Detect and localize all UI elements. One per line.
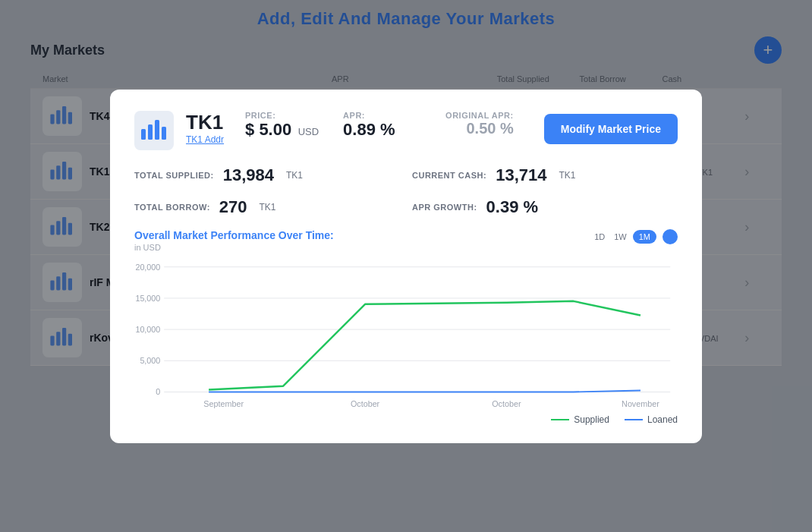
chart-toggle[interactable] <box>663 229 678 244</box>
total-borrow-stat: TOTAL BORROW: 270 TK1 <box>134 197 400 217</box>
price-block: PRICE: $ 5.00 USD <box>245 111 319 140</box>
modal-token-name: TK1 <box>186 111 224 134</box>
modify-market-price-button[interactable]: Modify Market Price <box>544 114 678 144</box>
current-cash-value: 13,714 <box>496 165 546 185</box>
apr-label: APR: <box>343 111 395 120</box>
total-supplied-stat: TOTAL SUPPLIED: 13,984 TK1 <box>134 165 400 185</box>
modal-token-logo <box>134 111 174 150</box>
svg-text:November: November <box>622 399 659 408</box>
modal-header: TK1 TK1 Addr PRICE: $ 5.00 USD APR: 0.89… <box>134 111 678 150</box>
total-supplied-value: 13,984 <box>223 165 274 185</box>
original-apr-block: ORIGINAL APR: 0.50 % <box>445 111 514 137</box>
loaned-line-indicator <box>625 419 643 420</box>
chart-1m-button[interactable]: 1M <box>633 230 656 244</box>
chart-legend: Supplied Loaned <box>134 414 678 425</box>
modal-dialog: TK1 TK1 Addr PRICE: $ 5.00 USD APR: 0.89… <box>110 90 702 443</box>
svg-text:10,000: 10,000 <box>135 325 160 334</box>
original-apr-label: ORIGINAL APR: <box>445 111 514 120</box>
total-supplied-unit: TK1 <box>286 170 303 181</box>
chart-wrapper: 20,000 15,000 10,000 5,000 0 September O… <box>134 258 678 410</box>
svg-text:October: October <box>492 399 521 408</box>
chart-1d-button[interactable]: 1D <box>591 231 608 243</box>
chart-subtitle: in USD <box>134 243 334 252</box>
chart-section: Overall Market Performance Over Time: in… <box>134 229 678 425</box>
current-cash-unit: TK1 <box>559 170 575 181</box>
svg-text:October: October <box>351 399 380 408</box>
legend-supplied: Supplied <box>551 414 609 425</box>
stats-row: TOTAL SUPPLIED: 13,984 TK1 CURRENT CASH:… <box>134 165 678 217</box>
current-cash-label: CURRENT CASH: <box>412 171 486 180</box>
apr-value: 0.89 % <box>343 120 395 139</box>
price-value: $ 5.00 <box>245 120 291 139</box>
svg-rect-29 <box>162 127 166 140</box>
total-supplied-label: TOTAL SUPPLIED: <box>134 171 214 180</box>
chart-title-block: Overall Market Performance Over Time: in… <box>134 229 334 258</box>
svg-text:15,000: 15,000 <box>135 293 160 302</box>
total-borrow-value: 270 <box>219 197 247 217</box>
total-borrow-label: TOTAL BORROW: <box>134 203 210 212</box>
svg-text:0: 0 <box>156 387 160 396</box>
current-cash-stat: CURRENT CASH: 13,714 TK1 <box>412 165 678 185</box>
original-apr-value: 0.50 % <box>445 120 514 137</box>
price-unit: USD <box>298 126 319 137</box>
legend-supplied-label: Supplied <box>574 414 609 425</box>
legend-loaned-label: Loaned <box>647 414 678 425</box>
chart-title: Overall Market Performance Over Time: <box>134 229 334 241</box>
modal-token-addr[interactable]: TK1 Addr <box>186 134 224 145</box>
apr-growth-label: APR GROWTH: <box>412 203 477 212</box>
modal-overlay: TK1 TK1 Addr PRICE: $ 5.00 USD APR: 0.89… <box>0 0 812 532</box>
price-label: PRICE: <box>245 111 319 120</box>
svg-rect-25 <box>134 111 174 150</box>
svg-text:September: September <box>203 399 244 408</box>
svg-rect-27 <box>148 124 153 140</box>
apr-growth-value: 0.39 % <box>486 197 539 217</box>
modal-token-info: TK1 TK1 Addr <box>186 111 224 145</box>
svg-text:20,000: 20,000 <box>135 262 160 271</box>
apr-block: APR: 0.89 % <box>343 111 395 140</box>
svg-rect-28 <box>155 120 159 140</box>
svg-rect-26 <box>141 129 146 140</box>
supplied-line-indicator <box>551 419 569 420</box>
svg-text:5,000: 5,000 <box>140 356 160 365</box>
legend-loaned: Loaned <box>625 414 678 425</box>
performance-chart: 20,000 15,000 10,000 5,000 0 September O… <box>134 258 678 410</box>
apr-growth-stat: APR GROWTH: 0.39 % <box>412 197 678 217</box>
modal-price-section: PRICE: $ 5.00 USD APR: 0.89 % <box>245 111 395 140</box>
total-borrow-unit: TK1 <box>260 202 276 212</box>
chart-controls: 1D 1W 1M <box>591 229 678 244</box>
chart-1w-button[interactable]: 1W <box>611 231 630 243</box>
